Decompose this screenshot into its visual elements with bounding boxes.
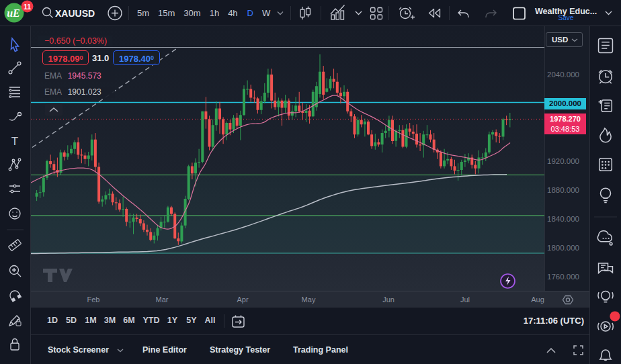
svg-text:Save: Save (558, 14, 574, 21)
svg-text:T: T (11, 135, 18, 148)
svg-text:11: 11 (24, 3, 31, 11)
svg-text:uE: uE (7, 7, 20, 19)
